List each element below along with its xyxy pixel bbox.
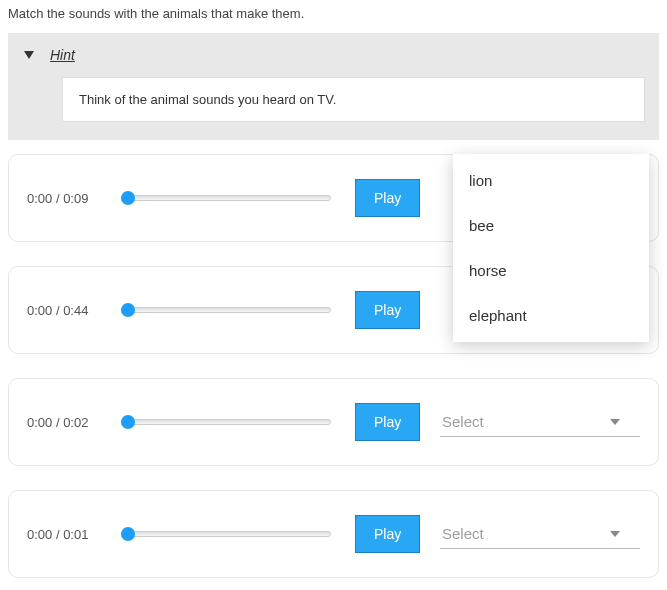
slider-thumb[interactable] (121, 303, 135, 317)
slider-thumb[interactable] (121, 191, 135, 205)
question-rows: 0:00 / 0:09 Play 0:00 / 0:44 Play 0:00 /… (0, 140, 667, 590)
dropdown-option[interactable]: horse (453, 248, 649, 293)
slider-track (121, 307, 331, 313)
dropdown-menu: lion bee horse elephant (453, 154, 649, 342)
select-wrap: Select (440, 519, 640, 549)
svg-marker-1 (610, 419, 620, 425)
play-button[interactable]: Play (355, 403, 420, 441)
dropdown-option[interactable]: bee (453, 203, 649, 248)
slider-track (121, 419, 331, 425)
play-button[interactable]: Play (355, 515, 420, 553)
chevron-down-icon (610, 531, 620, 537)
answer-select[interactable]: Select (440, 519, 640, 549)
time-display: 0:00 / 0:44 (27, 303, 105, 318)
play-button[interactable]: Play (355, 179, 420, 217)
dropdown-option[interactable]: elephant (453, 293, 649, 338)
audio-row: 0:00 / 0:01 Play Select (8, 490, 659, 578)
chevron-down-icon (610, 419, 620, 425)
slider-track (121, 195, 331, 201)
dropdown-option[interactable]: lion (453, 158, 649, 203)
select-wrap: Select (440, 407, 640, 437)
answer-select[interactable]: Select (440, 407, 640, 437)
time-display: 0:00 / 0:01 (27, 527, 105, 542)
hint-panel: Hint Think of the animal sounds you hear… (8, 33, 659, 140)
select-value: Select (442, 413, 484, 430)
audio-slider[interactable] (121, 415, 331, 429)
hint-body-text: Think of the animal sounds you heard on … (62, 77, 645, 122)
audio-row: 0:00 / 0:02 Play Select (8, 378, 659, 466)
select-value: Select (442, 525, 484, 542)
hint-toggle-icon[interactable] (22, 49, 36, 61)
play-button[interactable]: Play (355, 291, 420, 329)
audio-slider[interactable] (121, 191, 331, 205)
svg-marker-0 (24, 51, 34, 59)
instruction-text: Match the sounds with the animals that m… (0, 0, 667, 33)
svg-marker-2 (610, 531, 620, 537)
slider-track (121, 531, 331, 537)
audio-slider[interactable] (121, 527, 331, 541)
hint-label[interactable]: Hint (48, 47, 75, 63)
time-display: 0:00 / 0:09 (27, 191, 105, 206)
audio-slider[interactable] (121, 303, 331, 317)
hint-header[interactable]: Hint (22, 47, 645, 63)
time-display: 0:00 / 0:02 (27, 415, 105, 430)
slider-thumb[interactable] (121, 415, 135, 429)
slider-thumb[interactable] (121, 527, 135, 541)
